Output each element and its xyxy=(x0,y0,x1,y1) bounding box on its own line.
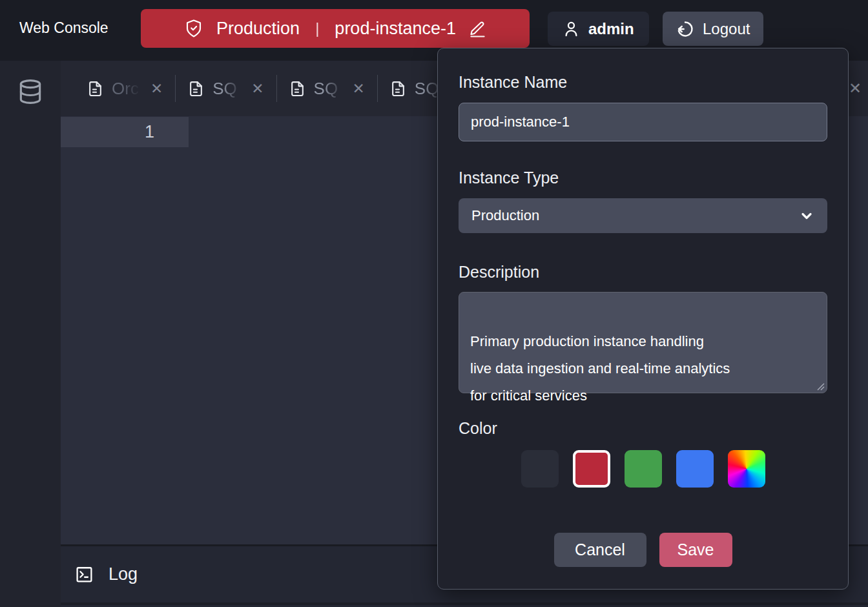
red-swatch[interactable] xyxy=(573,450,610,488)
instance-name-label: Instance Name xyxy=(459,73,827,91)
tab-close-edge-icon[interactable]: ✕ xyxy=(849,79,862,98)
line-number: 1 xyxy=(145,122,154,141)
color-label: Color xyxy=(459,419,827,437)
database-icon xyxy=(16,76,45,107)
bottom-panel-edge xyxy=(61,602,868,607)
badge-separator: | xyxy=(313,19,322,37)
terminal-icon xyxy=(75,565,94,584)
environment-badge[interactable]: Production | prod-instance-1 xyxy=(141,9,530,48)
instance-name-input[interactable] xyxy=(459,103,827,141)
description-label: Description xyxy=(459,263,827,281)
logout-label: Logout xyxy=(703,20,750,38)
blue-swatch[interactable] xyxy=(676,450,714,488)
logout-button[interactable]: Logout xyxy=(663,12,763,46)
description-value: Primary production instance handling liv… xyxy=(470,333,730,404)
save-button[interactable]: Save xyxy=(659,533,732,567)
tab-close-icon[interactable]: ✕ xyxy=(150,81,163,96)
tab-label: SQ xyxy=(314,79,344,99)
rainbow-swatch[interactable] xyxy=(728,450,765,488)
default-dark-swatch[interactable] xyxy=(521,450,559,488)
green-swatch[interactable] xyxy=(625,450,662,488)
chevron-down-icon xyxy=(799,208,814,223)
resize-handle-icon[interactable] xyxy=(816,382,825,391)
environment-label: Production xyxy=(216,19,300,39)
editor-tab-3[interactable]: SQ ✕ xyxy=(277,79,377,99)
app-title: Web Console xyxy=(19,19,108,37)
file-icon xyxy=(390,79,406,98)
user-name: admin xyxy=(588,20,634,38)
description-textarea[interactable]: Primary production instance handling liv… xyxy=(459,292,827,393)
tab-label: Orc xyxy=(112,79,142,99)
color-swatch-row xyxy=(459,450,827,488)
sidebar xyxy=(0,61,61,607)
instance-type-select[interactable]: Production xyxy=(459,198,827,233)
log-label: Log xyxy=(108,564,138,584)
cancel-button[interactable]: Cancel xyxy=(554,533,646,567)
file-icon xyxy=(289,79,305,98)
active-line-gutter: 1 xyxy=(61,117,189,147)
database-nav-button[interactable] xyxy=(16,76,45,107)
user-chip[interactable]: admin xyxy=(548,12,649,46)
edit-pencil-icon[interactable] xyxy=(469,20,486,37)
tab-close-icon[interactable]: ✕ xyxy=(251,81,264,96)
popover-actions: Cancel Save xyxy=(459,533,827,567)
file-icon xyxy=(188,79,204,98)
tab-label: SQ xyxy=(212,79,243,99)
instance-type-label: Instance Type xyxy=(459,169,827,187)
shield-check-icon xyxy=(184,18,203,39)
instance-type-value: Production xyxy=(471,207,539,224)
logout-icon xyxy=(676,20,694,38)
file-icon xyxy=(87,79,103,98)
editor-tab-2[interactable]: SQ ✕ xyxy=(176,79,276,99)
instance-name-text: prod-instance-1 xyxy=(335,19,456,39)
user-icon xyxy=(563,19,580,38)
editor-tab-1[interactable]: Orc ✕ xyxy=(75,79,175,99)
instance-settings-popover: Instance Name Instance Type Production D… xyxy=(437,48,849,590)
tab-close-icon[interactable]: ✕ xyxy=(353,81,365,96)
